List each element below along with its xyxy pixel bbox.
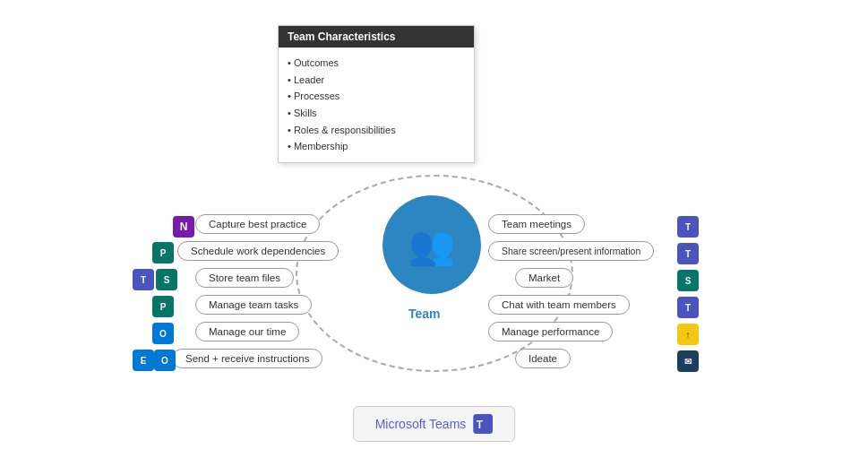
pill-manage-time: Manage our time <box>195 322 299 341</box>
onenote-icon: N <box>173 216 194 238</box>
pill-meetings: Team meetings <box>488 214 585 234</box>
pill-share: Share screen/present information <box>488 241 654 261</box>
outlook-icon-1: O <box>152 323 174 344</box>
pill-schedule: Schedule work dependencies <box>177 241 339 261</box>
ms-teams-label: Microsoft Teams <box>375 417 467 431</box>
team-circle: 👥 <box>382 195 481 294</box>
mail-icon: ✉ <box>677 350 699 372</box>
sharepoint-icon-1: S <box>156 269 177 290</box>
tooltip-item-1: Outcomes <box>288 55 465 72</box>
powerbi-icon: ↑ <box>677 324 699 345</box>
planner-icon-2: P <box>152 296 174 317</box>
ms-teams-logo-icon: T <box>473 414 493 434</box>
tooltip-item-3: Processes <box>288 88 465 105</box>
microsoft-teams-button[interactable]: Microsoft Teams T <box>353 406 516 442</box>
sharepoint-icon-right: S <box>677 270 699 291</box>
pill-ideate: Ideate <box>515 349 571 368</box>
outlook-icon-2: O <box>154 350 176 371</box>
pill-store: Store team files <box>195 268 294 288</box>
teams-icon-right-1: T <box>677 216 699 238</box>
tooltip-header: Team Characteristics <box>279 26 474 48</box>
teams-icon-1: T <box>133 269 154 290</box>
pill-manage-perf: Manage performance <box>488 322 613 341</box>
main-container: Team Characteristics Outcomes Leader Pro… <box>0 0 868 458</box>
pill-send: Send + receive instructions <box>172 349 322 368</box>
pill-capture: Capture best practice <box>195 214 320 234</box>
pill-market: Market <box>515 268 573 288</box>
tooltip-item-2: Leader <box>288 72 465 89</box>
tooltip-item-4: Skills <box>288 105 465 122</box>
pill-manage-tasks: Manage team tasks <box>195 295 312 315</box>
pill-chat: Chat with team members <box>488 295 630 315</box>
team-label: Team <box>408 307 441 321</box>
team-people-icon: 👥 <box>408 223 455 267</box>
teams-icon-right-2: T <box>677 243 699 264</box>
svg-text:T: T <box>477 419 484 431</box>
teams-icon-right-3: T <box>677 297 699 318</box>
tooltip-arrow-fill <box>375 136 391 146</box>
planner-icon-1: P <box>152 242 174 264</box>
exchange-icon: E <box>133 350 154 371</box>
